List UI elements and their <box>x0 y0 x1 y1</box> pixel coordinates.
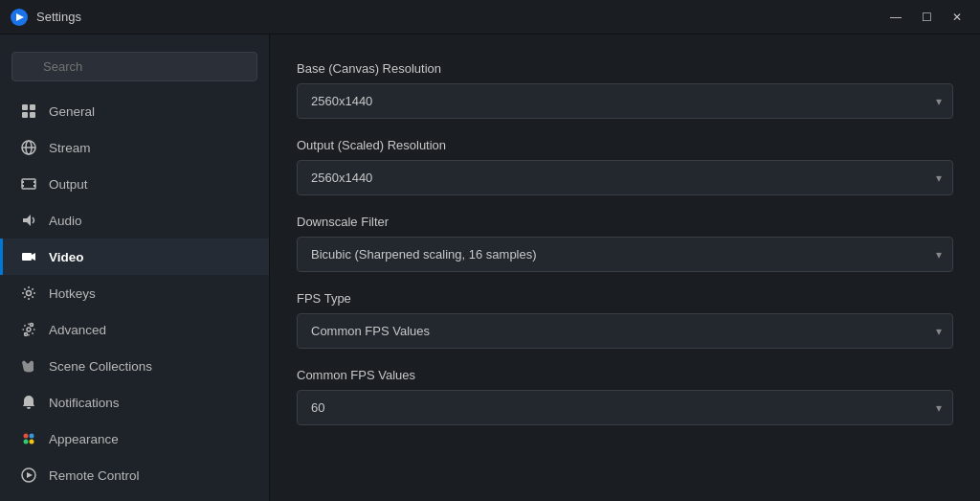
notifications-icon <box>20 394 37 411</box>
search-container: ⚲ <box>0 44 269 89</box>
video-icon <box>20 248 37 265</box>
sidebar-item-label: Advanced <box>49 323 106 337</box>
sidebar-item-general[interactable]: General <box>0 93 269 129</box>
output-resolution-wrapper: 1920x10802560x14403840x21601280x720▾ <box>297 160 953 195</box>
sidebar-item-label: Notifications <box>49 396 120 410</box>
remote-control-icon <box>20 467 37 484</box>
scene-collections-icon <box>20 357 37 375</box>
svg-marker-16 <box>32 253 35 261</box>
fps-type-label: FPS Type <box>297 291 953 306</box>
common-fps-values-wrapper: 242529.97304860120▾ <box>297 390 953 425</box>
output-resolution-label: Output (Scaled) Resolution <box>297 138 953 152</box>
sidebar-item-output[interactable]: Output <box>0 166 269 202</box>
svg-marker-14 <box>23 215 31 226</box>
sidebar-item-audio[interactable]: Audio <box>0 202 269 239</box>
sidebar-item-label: General <box>49 104 95 119</box>
sidebar-item-advanced[interactable]: Advanced <box>0 311 269 348</box>
title-bar: Settings — ☐ ✕ <box>0 0 980 34</box>
svg-marker-26 <box>27 472 33 478</box>
svg-rect-10 <box>22 181 24 183</box>
svg-rect-3 <box>30 104 35 110</box>
minimize-button[interactable]: — <box>882 7 909 28</box>
sidebar-item-label: Appearance <box>49 432 119 446</box>
svg-point-17 <box>27 291 32 296</box>
svg-rect-11 <box>22 185 24 187</box>
appearance-icon <box>20 430 37 447</box>
sidebar-item-label: Scene Collections <box>49 359 152 374</box>
fields-container: Base (Canvas) Resolution1920x10802560x14… <box>297 61 953 425</box>
sidebar-item-video[interactable]: Video <box>0 239 269 275</box>
output-icon <box>20 175 37 193</box>
sidebar-item-label: Hotkeys <box>49 286 96 301</box>
app-icon <box>10 8 29 27</box>
svg-rect-2 <box>22 104 28 110</box>
main-layout: ⚲ General Stream Output Audio Video Hotk… <box>0 34 980 501</box>
fps-type-wrapper: Common FPS ValuesInteger FPS ValueFracti… <box>297 313 953 349</box>
sidebar-item-appearance[interactable]: Appearance <box>0 421 269 457</box>
field-group-downscale-filter: Downscale FilterBilinear (Fastest, but b… <box>297 215 953 272</box>
sidebar-item-label: Audio <box>49 214 82 228</box>
svg-point-20 <box>31 324 33 327</box>
fps-type-select[interactable]: Common FPS ValuesInteger FPS ValueFracti… <box>297 313 953 349</box>
svg-rect-13 <box>33 185 35 187</box>
output-resolution-select[interactable]: 1920x10802560x14403840x21601280x720 <box>297 160 953 195</box>
stream-icon <box>20 139 37 156</box>
hotkeys-icon <box>20 285 37 302</box>
sidebar-item-label: Stream <box>49 141 91 155</box>
sidebar-item-notifications[interactable]: Notifications <box>0 384 269 421</box>
sidebar-item-label: Remote Control <box>49 468 140 483</box>
title-bar-left: Settings <box>10 8 81 27</box>
field-group-base-resolution: Base (Canvas) Resolution1920x10802560x14… <box>297 61 953 119</box>
content-area: Base (Canvas) Resolution1920x10802560x14… <box>270 34 980 501</box>
maximize-button[interactable]: ☐ <box>913 7 940 28</box>
sidebar-item-label: Video <box>49 250 84 264</box>
search-wrapper: ⚲ <box>11 52 257 81</box>
svg-rect-4 <box>22 112 28 118</box>
sidebar-item-scene-collections[interactable]: Scene Collections <box>0 348 269 384</box>
search-input[interactable] <box>11 52 257 81</box>
sidebar-item-stream[interactable]: Stream <box>0 129 269 166</box>
sidebar-item-hotkeys[interactable]: Hotkeys <box>0 275 269 311</box>
svg-point-18 <box>27 328 31 331</box>
base-resolution-wrapper: 1920x10802560x14403840x21601280x720▾ <box>297 83 953 119</box>
base-resolution-select[interactable]: 1920x10802560x14403840x21601280x720 <box>297 83 953 119</box>
window-title: Settings <box>36 10 81 24</box>
window-controls: — ☐ ✕ <box>882 7 970 28</box>
downscale-filter-wrapper: Bilinear (Fastest, but blurry if scaling… <box>297 237 953 272</box>
field-group-output-resolution: Output (Scaled) Resolution1920x10802560x… <box>297 138 953 195</box>
sidebar: ⚲ General Stream Output Audio Video Hotk… <box>0 34 270 501</box>
close-button[interactable]: ✕ <box>944 7 970 28</box>
base-resolution-label: Base (Canvas) Resolution <box>297 61 953 76</box>
svg-point-21 <box>24 434 29 439</box>
svg-point-19 <box>25 333 28 336</box>
svg-rect-5 <box>30 112 35 118</box>
svg-rect-12 <box>33 181 35 183</box>
advanced-icon <box>20 321 37 338</box>
sidebar-item-label: Output <box>49 177 88 192</box>
common-fps-values-select[interactable]: 242529.97304860120 <box>297 390 953 425</box>
svg-rect-9 <box>22 179 35 189</box>
field-group-common-fps-values: Common FPS Values242529.97304860120▾ <box>297 368 953 425</box>
downscale-filter-label: Downscale Filter <box>297 215 953 229</box>
svg-point-24 <box>30 440 34 444</box>
svg-point-23 <box>24 440 29 444</box>
downscale-filter-select[interactable]: Bilinear (Fastest, but blurry if scaling… <box>297 237 953 272</box>
sidebar-item-remote-control[interactable]: Remote Control <box>0 457 269 493</box>
audio-icon <box>20 212 37 229</box>
svg-point-22 <box>30 434 34 439</box>
general-icon <box>20 102 37 120</box>
field-group-fps-type: FPS TypeCommon FPS ValuesInteger FPS Val… <box>297 291 953 349</box>
common-fps-values-label: Common FPS Values <box>297 368 953 382</box>
svg-rect-15 <box>22 253 32 261</box>
nav-items: General Stream Output Audio Video Hotkey… <box>0 93 269 493</box>
